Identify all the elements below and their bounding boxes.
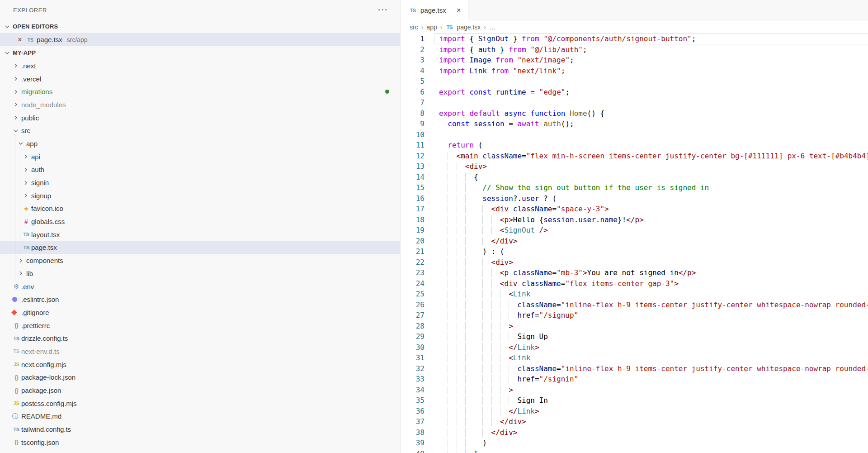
line-number[interactable]: 16 bbox=[401, 193, 425, 204]
tree-file-.prettierrc[interactable]: {}.prettierrc bbox=[0, 319, 400, 332]
code-line[interactable]: 24 <div className="flex items-center gap… bbox=[401, 278, 868, 289]
line-number[interactable]: 2 bbox=[401, 44, 425, 55]
tree-folder-.next[interactable]: .next bbox=[0, 59, 400, 72]
line-number[interactable]: 13 bbox=[401, 161, 425, 172]
code-line[interactable]: 14 { bbox=[401, 172, 868, 183]
tree-folder-migrations[interactable]: migrations bbox=[0, 85, 400, 98]
project-root-header[interactable]: MY-APP bbox=[0, 46, 400, 59]
tree-folder-components[interactable]: components bbox=[0, 254, 400, 267]
tree-file-tsconfig.json[interactable]: {}tsconfig.json bbox=[0, 436, 400, 449]
line-number[interactable]: 11 bbox=[401, 140, 425, 151]
code-line[interactable]: 7 bbox=[401, 97, 868, 108]
line-number[interactable]: 15 bbox=[401, 182, 425, 193]
line-number[interactable]: 22 bbox=[401, 257, 425, 268]
code-line[interactable]: 18 <p>Hello {session.user.name}!</p> bbox=[401, 215, 868, 225]
line-number[interactable]: 25 bbox=[401, 289, 425, 300]
code-line[interactable]: 22 <div> bbox=[401, 257, 868, 268]
line-number[interactable]: 23 bbox=[401, 267, 425, 278]
line-number[interactable]: 9 bbox=[401, 119, 425, 129]
line-number[interactable]: 35 bbox=[401, 395, 425, 406]
more-actions-button[interactable]: ··· bbox=[378, 5, 388, 14]
tree-file-page.tsx[interactable]: TSpage.tsx bbox=[0, 241, 400, 254]
tree-folder-signup[interactable]: signup bbox=[0, 189, 400, 202]
code-line[interactable]: 31 <Link bbox=[401, 353, 868, 363]
line-number[interactable]: 33 bbox=[401, 374, 425, 385]
code-line[interactable]: 10 bbox=[401, 129, 868, 140]
code-line[interactable]: 17 <div className="space-y-3"> bbox=[401, 204, 868, 215]
tree-folder-lib[interactable]: lib bbox=[0, 267, 400, 280]
line-number[interactable]: 3 bbox=[401, 55, 425, 66]
line-number[interactable]: 29 bbox=[401, 331, 425, 342]
line-number[interactable]: 14 bbox=[401, 172, 425, 183]
line-number[interactable]: 36 bbox=[401, 406, 425, 417]
tree-folder-public[interactable]: public bbox=[0, 111, 400, 124]
tree-file-package.json[interactable]: {}package.json bbox=[0, 384, 400, 397]
tree-file-globals.css[interactable]: #globals.css bbox=[0, 215, 400, 228]
code-line[interactable]: 36 </Link> bbox=[401, 406, 868, 417]
tree-file-.gitignore[interactable]: .gitignore bbox=[0, 306, 400, 319]
code-line[interactable]: 5 bbox=[401, 76, 868, 87]
line-number[interactable]: 28 bbox=[401, 321, 425, 332]
line-number[interactable]: 32 bbox=[401, 363, 425, 374]
tree-file-next-env.d.ts[interactable]: TSnext-env.d.ts bbox=[0, 345, 400, 358]
open-editors-header[interactable]: OPEN EDITORS bbox=[0, 20, 400, 33]
tree-file-.env[interactable]: ⚙.env bbox=[0, 280, 400, 293]
code-line[interactable]: 32 className="inline-flex h-9 items-cent… bbox=[401, 363, 868, 374]
code-editor[interactable]: 1import { SignOut } from "@/components/a… bbox=[401, 33, 868, 453]
code-line[interactable]: 26 className="inline-flex h-9 items-cent… bbox=[401, 300, 868, 310]
close-tab-icon[interactable]: × bbox=[455, 7, 462, 14]
code-line[interactable]: 30 </Link> bbox=[401, 342, 868, 353]
line-number[interactable]: 38 bbox=[401, 427, 425, 438]
line-number[interactable]: 31 bbox=[401, 353, 425, 363]
code-line[interactable]: 3import Image from "next/image"; bbox=[401, 55, 868, 66]
code-line[interactable]: 28 > bbox=[401, 321, 868, 332]
tree-file-drizzle.config.ts[interactable]: TSdrizzle.config.ts bbox=[0, 332, 400, 345]
close-icon[interactable]: × bbox=[16, 36, 24, 43]
breadcrumb-src[interactable]: src bbox=[410, 24, 418, 31]
code-line[interactable]: 33 href="/signin" bbox=[401, 374, 868, 385]
line-number[interactable]: 17 bbox=[401, 204, 425, 215]
line-number[interactable]: 26 bbox=[401, 300, 425, 310]
tree-folder-signin[interactable]: signin bbox=[0, 176, 400, 189]
code-line[interactable]: 34 > bbox=[401, 385, 868, 396]
code-line[interactable]: 39 ) bbox=[401, 438, 868, 448]
open-editor-item-page-tsx[interactable]: × TS page.tsx src/app bbox=[0, 33, 400, 46]
tree-folder-app[interactable]: app bbox=[0, 137, 400, 150]
code-line[interactable]: 4import Link from "next/link"; bbox=[401, 66, 868, 76]
line-number[interactable]: 6 bbox=[401, 87, 425, 98]
code-line[interactable]: 12 <main className="flex min-h-screen it… bbox=[401, 151, 868, 162]
line-number[interactable]: 5 bbox=[401, 76, 425, 87]
code-line[interactable]: 21 ) : ( bbox=[401, 246, 868, 257]
tree-file-README.md[interactable]: iREADME.md bbox=[0, 410, 400, 423]
code-line[interactable]: 1import { SignOut } from "@/components/a… bbox=[401, 33, 868, 44]
code-line[interactable]: 11 return ( bbox=[401, 140, 868, 151]
line-number[interactable]: 40 bbox=[401, 448, 425, 453]
line-number[interactable]: 10 bbox=[401, 129, 425, 140]
code-line[interactable]: 35 Sign In bbox=[401, 395, 868, 406]
tree-folder-node_modules[interactable]: node_modules bbox=[0, 98, 400, 111]
line-number[interactable]: 1 bbox=[401, 33, 425, 44]
code-line[interactable]: 6export const runtime = "edge"; bbox=[401, 87, 868, 98]
line-number[interactable]: 18 bbox=[401, 215, 425, 225]
tree-file-next.config.mjs[interactable]: JSnext.config.mjs bbox=[0, 358, 400, 371]
line-number[interactable]: 39 bbox=[401, 438, 425, 448]
code-line[interactable]: 20 </div> bbox=[401, 236, 868, 247]
line-number[interactable]: 8 bbox=[401, 108, 425, 119]
code-line[interactable]: 8export default async function Home() { bbox=[401, 108, 868, 119]
line-number[interactable]: 20 bbox=[401, 236, 425, 247]
code-line[interactable]: 25 <Link bbox=[401, 289, 868, 300]
code-line[interactable]: 29 Sign Up bbox=[401, 331, 868, 342]
tree-file-favicon.ico[interactable]: ★favicon.ico bbox=[0, 202, 400, 215]
code-line[interactable]: 15 // Show the sign out button if the us… bbox=[401, 182, 868, 193]
tree-file-postcss.config.mjs[interactable]: JSpostcss.config.mjs bbox=[0, 397, 400, 410]
code-line[interactable]: 19 <SignOut /> bbox=[401, 225, 868, 236]
tree-file-package-lock.json[interactable]: {}package-lock.json bbox=[0, 371, 400, 384]
tree-folder-api[interactable]: api bbox=[0, 150, 400, 163]
code-line[interactable]: 37 </div> bbox=[401, 416, 868, 427]
code-line[interactable]: 27 href="/signup" bbox=[401, 310, 868, 321]
code-line[interactable]: 23 <p className="mb-3">You are not signe… bbox=[401, 267, 868, 278]
line-number[interactable]: 12 bbox=[401, 151, 425, 162]
tree-file-.eslintrc.json[interactable]: .eslintrc.json bbox=[0, 293, 400, 306]
tree-folder-.vercel[interactable]: .vercel bbox=[0, 72, 400, 86]
tree-file-layout.tsx[interactable]: TSlayout.tsx bbox=[0, 228, 400, 241]
